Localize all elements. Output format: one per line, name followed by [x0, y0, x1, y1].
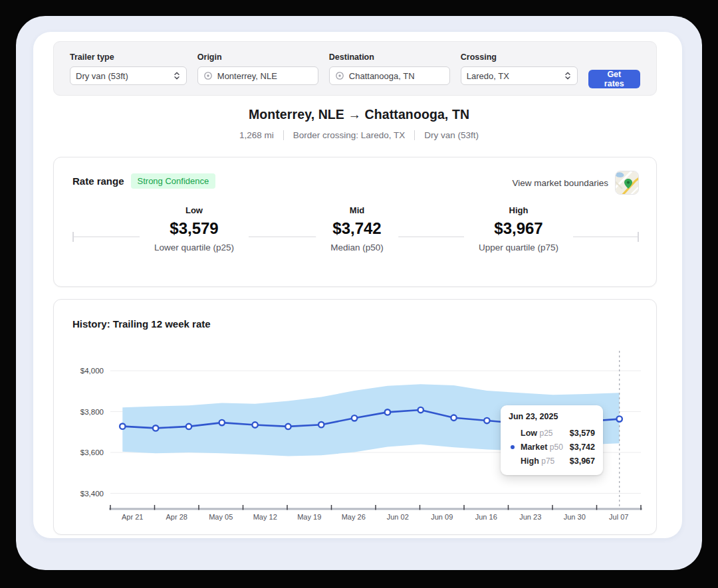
data-point-marker-13[interactable]: [550, 422, 556, 427]
trailer-type-label: Trailer type: [70, 52, 187, 62]
data-point-marker-15[interactable]: [617, 416, 622, 421]
data-point-marker-4[interactable]: [252, 422, 257, 427]
x-tick-label: Jun 23: [519, 513, 541, 521]
stat-low-value: $3,579: [154, 219, 234, 239]
data-point-marker-7[interactable]: [352, 415, 357, 421]
route-trailer-type: Dry van (53ft): [424, 130, 479, 140]
location-pin-icon: [335, 71, 344, 80]
route-border-crossing: Border crossing: Laredo, TX: [293, 130, 406, 140]
stat-high-sub: Upper quartile (p75): [479, 243, 558, 252]
x-tick-label: Jun 09: [431, 513, 453, 521]
x-tick-label: May 12: [253, 513, 277, 521]
chart-band-p25-p75: [122, 384, 619, 456]
view-market-boundaries-link[interactable]: View market boundaries: [512, 171, 639, 195]
data-point-marker-8[interactable]: [385, 409, 390, 415]
meta-divider: [414, 130, 415, 140]
meta-divider: [283, 130, 284, 140]
stat-mid-value: $3,742: [330, 219, 384, 239]
y-tick-label: $3,600: [80, 448, 104, 456]
data-point-marker-3[interactable]: [219, 420, 225, 425]
page: Trailer type Dry van (53ft) Origin Desti…: [0, 0, 718, 588]
data-point-marker-5[interactable]: [285, 424, 291, 429]
view-market-boundaries-label: View market boundaries: [512, 178, 608, 188]
x-tick-label: Jun 16: [475, 513, 497, 521]
stat-high-label: High: [479, 205, 558, 215]
destination-label: Destination: [329, 52, 450, 62]
history-card: History: Trailing 12 week rate $4,000$3,…: [53, 299, 657, 535]
x-tick-label: Jun 30: [564, 513, 586, 521]
location-pin-icon: [203, 71, 213, 80]
y-tick-label: $3,800: [80, 408, 104, 416]
confidence-badge: Strong Confidence: [131, 173, 216, 189]
get-rates-button[interactable]: Get rates: [588, 70, 640, 88]
data-point-marker-1[interactable]: [153, 425, 158, 431]
stat-mid-sub: Median (p50): [330, 243, 384, 252]
map-thumbnail-icon[interactable]: [615, 171, 639, 195]
stat-high: High $3,967 Upper quartile (p75): [464, 205, 573, 252]
origin-input-wrap[interactable]: [197, 66, 318, 85]
crossing-label: Crossing: [461, 52, 578, 62]
rate-range-card: Rate range Strong Confidence View market…: [53, 157, 657, 287]
x-tick-label: Apr 28: [166, 513, 187, 521]
crossing-field: Crossing Laredo, TX: [461, 52, 578, 85]
rate-range-title: Rate range: [72, 175, 124, 187]
rate-range-header: Rate range Strong Confidence: [72, 173, 215, 189]
trailer-type-value: Dry van (53ft): [76, 71, 173, 81]
crossing-value: Laredo, TX: [467, 71, 564, 81]
chevron-updown-icon: [564, 71, 572, 80]
crossing-select[interactable]: Laredo, TX: [461, 66, 578, 85]
x-tick-label: Jul 07: [609, 513, 628, 521]
origin-field: Origin: [197, 52, 318, 85]
origin-input[interactable]: [217, 71, 312, 81]
data-point-marker-2[interactable]: [186, 424, 191, 429]
data-point-marker-12[interactable]: [517, 421, 523, 426]
data-point-marker-0[interactable]: [120, 423, 125, 429]
history-title: History: Trailing 12 week rate: [72, 318, 211, 330]
range-endcap-left: [72, 232, 74, 242]
rate-search-bar: Trailer type Dry van (53ft) Origin Desti…: [53, 41, 657, 96]
x-tick-label: May 26: [342, 513, 366, 521]
route-title: Monterrey, NLE → Chattanooga, TN: [0, 107, 718, 122]
trailer-type-field: Trailer type Dry van (53ft): [70, 52, 187, 85]
data-point-marker-6[interactable]: [318, 422, 324, 427]
route-meta: 1,268 mi Border crossing: Laredo, TX Dry…: [0, 130, 718, 140]
x-tick-label: Apr 21: [122, 513, 143, 521]
data-point-marker-14[interactable]: [584, 419, 589, 424]
y-tick-label: $3,400: [80, 490, 104, 498]
stat-low: Low $3,579 Lower quartile (p25): [140, 205, 249, 252]
trailer-type-select[interactable]: Dry van (53ft): [70, 66, 187, 85]
history-chart: $4,000$3,800$3,600$3,400Apr 21Apr 28May …: [72, 342, 658, 529]
route-distance: 1,268 mi: [239, 130, 274, 140]
x-tick-label: Jun 02: [387, 513, 409, 521]
data-point-marker-9[interactable]: [418, 407, 423, 413]
range-endcap-right: [638, 232, 639, 242]
destination-field: Destination: [329, 52, 450, 85]
stat-low-sub: Lower quartile (p25): [154, 243, 234, 252]
destination-input-wrap[interactable]: [329, 66, 450, 85]
x-tick-label: May 05: [209, 513, 233, 521]
stat-mid-label: Mid: [330, 205, 384, 215]
data-point-marker-10[interactable]: [451, 415, 456, 421]
x-tick-label: May 19: [297, 513, 321, 521]
origin-label: Origin: [197, 52, 318, 62]
stat-mid: Mid $3,742 Median (p50): [316, 205, 398, 252]
destination-input[interactable]: [349, 71, 444, 81]
y-tick-label: $4,000: [80, 367, 104, 375]
history-chart-svg: $4,000$3,800$3,600$3,400Apr 21Apr 28May …: [72, 342, 658, 529]
data-point-marker-11[interactable]: [484, 418, 489, 423]
stat-high-value: $3,967: [479, 219, 558, 239]
chevron-updown-icon: [173, 71, 181, 80]
stat-low-label: Low: [154, 205, 234, 215]
